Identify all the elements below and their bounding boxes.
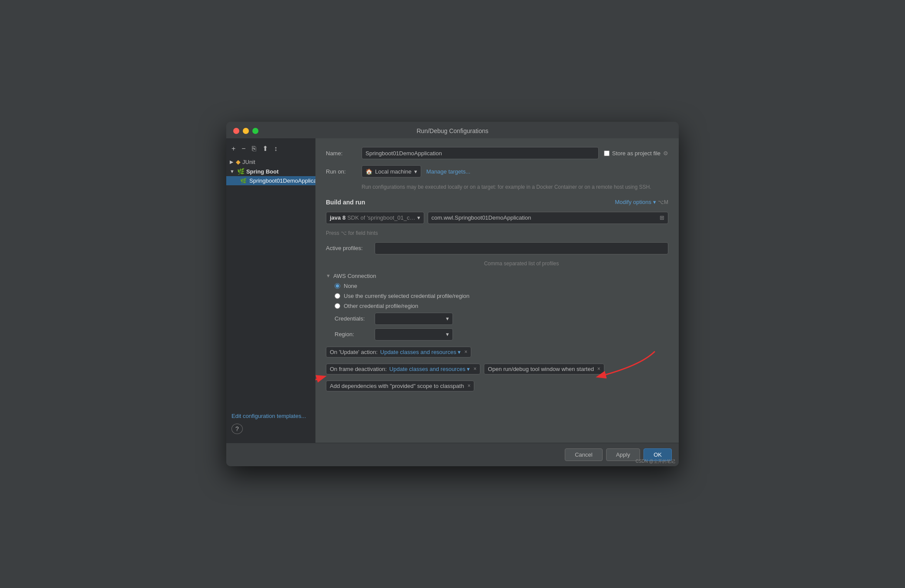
main-class-input[interactable]	[428, 213, 656, 223]
radio-other[interactable]	[335, 303, 340, 309]
springboot-icon: 🌿	[237, 168, 245, 175]
chevron-down-icon: ▾	[467, 366, 470, 372]
cancel-button[interactable]: Cancel	[565, 448, 602, 461]
active-profiles-row: Active profiles:	[326, 242, 668, 254]
chevron-down-icon: ▾	[417, 214, 420, 221]
on-frame-value[interactable]: Update classes and resources ▾	[389, 366, 470, 372]
on-update-close-icon[interactable]: ×	[464, 349, 467, 355]
edit-config-templates-link[interactable]: Edit configuration templates...	[226, 408, 315, 424]
radio-current-row: Use the currently selected credential pr…	[326, 293, 668, 299]
run-on-label: Run on:	[326, 168, 356, 175]
aws-section: ▼ AWS Connection None Use the currently …	[326, 273, 668, 341]
traffic-lights	[233, 128, 258, 134]
open-debug-label: Open run/debug tool window when started	[488, 366, 594, 372]
local-machine-icon: 🏠	[365, 168, 372, 175]
sidebar: + − ⎘ ⬆ ↕ ▶ ◆ JUnit ▼ 🌿 Spring Boot 🌿	[226, 138, 315, 443]
store-project-file-checkbox[interactable]	[604, 150, 610, 156]
aws-label: AWS Connection	[333, 273, 376, 279]
region-dropdown[interactable]: ▾	[375, 328, 453, 341]
minimize-button[interactable]	[243, 128, 249, 134]
build-run-row: java 8 SDK of 'springboot_01_c… ▾ ⊞	[326, 212, 668, 224]
add-config-button[interactable]: +	[230, 144, 237, 154]
remove-config-button[interactable]: −	[240, 144, 247, 154]
store-project-file-container: Store as project file ⚙	[604, 150, 668, 157]
watermark: CSDN @尘开的笔记	[636, 458, 675, 464]
sort-config-button[interactable]: ↕	[272, 144, 279, 154]
name-input[interactable]	[362, 147, 599, 159]
close-button[interactable]	[233, 128, 239, 134]
region-row: Region: ▾	[326, 328, 668, 341]
on-update-label: On 'Update' action:	[330, 349, 378, 355]
name-row: Name: Store as project file ⚙	[326, 147, 668, 159]
modify-options-label: Modify options	[615, 199, 651, 205]
java-sdk-detail: SDK of 'springboot_01_c…	[347, 214, 415, 221]
active-profiles-input[interactable]	[375, 242, 668, 254]
run-on-dropdown[interactable]: 🏠 Local machine ▾	[362, 165, 421, 177]
active-profiles-label: Active profiles:	[326, 245, 369, 251]
radio-none-row: None	[326, 283, 668, 289]
store-project-file-label: Store as project file	[612, 150, 660, 157]
modify-options-shortcut: ⌥M	[658, 199, 668, 205]
dialog-footer: Cancel Apply OK	[226, 443, 679, 466]
radio-current-label: Use the currently selected credential pr…	[344, 293, 469, 299]
on-update-value[interactable]: Update classes and resources ▾	[380, 349, 461, 355]
gear-icon[interactable]: ⚙	[663, 150, 668, 157]
radio-none[interactable]	[335, 283, 340, 289]
chevron-down-icon: ▾	[446, 315, 449, 322]
on-frame-chip: On frame deactivation: Update classes an…	[326, 364, 480, 374]
on-frame-close-icon[interactable]: ×	[473, 366, 476, 372]
chevron-down-icon: ▾	[414, 168, 417, 175]
add-deps-chip: Add dependencies with "provided" scope t…	[326, 381, 474, 391]
dialog-content: + − ⎘ ⬆ ↕ ▶ ◆ JUnit ▼ 🌿 Spring Boot 🌿	[226, 138, 679, 443]
expand-icon: ▼	[230, 169, 235, 174]
build-run-header: Build and run Modify options ▾ ⌥M	[326, 199, 668, 206]
sidebar-item-junit[interactable]: ▶ ◆ JUnit	[226, 157, 315, 167]
field-hint: Press ⌥ for field hints	[326, 230, 668, 236]
sidebar-item-springboot-group[interactable]: ▼ 🌿 Spring Boot	[226, 167, 315, 176]
credentials-row: Credentials: ▾	[326, 313, 668, 325]
add-deps-close-icon[interactable]: ×	[467, 383, 470, 389]
apply-button[interactable]: Apply	[606, 448, 640, 461]
copy-config-button[interactable]: ⎘	[250, 144, 258, 154]
region-label: Region:	[335, 331, 369, 337]
main-class-row: ⊞	[428, 212, 668, 224]
junit-icon: ◆	[236, 158, 241, 165]
move-config-button[interactable]: ⬆	[261, 144, 270, 154]
sidebar-item-springboot-app[interactable]: 🌿 Springboot01DemoApplication	[226, 176, 315, 185]
credentials-dropdown[interactable]: ▾	[375, 313, 453, 325]
on-update-chip: On 'Update' action: Update classes and r…	[326, 347, 471, 357]
credentials-label: Credentials:	[335, 315, 369, 322]
name-label: Name:	[326, 150, 356, 157]
run-on-value: Local machine	[375, 168, 412, 175]
manage-targets-link[interactable]: Manage targets...	[426, 168, 470, 175]
on-update-row: On 'Update' action: Update classes and r…	[326, 347, 668, 357]
on-frame-label: On frame deactivation:	[330, 366, 387, 372]
radio-other-row: Other credential profile/region	[326, 303, 668, 309]
java-sdk-label: java 8	[330, 214, 345, 221]
comma-hint: Comma separated list of profiles	[375, 261, 668, 267]
browse-icon[interactable]: ⊞	[656, 214, 668, 221]
radio-other-label: Other credential profile/region	[344, 303, 418, 309]
radio-current[interactable]	[335, 293, 340, 299]
run-on-row: Run on: 🏠 Local machine ▾ Manage targets…	[326, 165, 668, 177]
main-panel: Name: Store as project file ⚙ Run on: 🏠 …	[315, 138, 679, 443]
add-deps-label: Add dependencies with "provided" scope t…	[330, 383, 464, 389]
on-frame-row: On frame deactivation: Update classes an…	[326, 364, 668, 374]
chevron-down-icon: ▾	[653, 199, 656, 205]
maximize-button[interactable]	[252, 128, 258, 134]
help-button[interactable]: ?	[231, 424, 243, 434]
sidebar-item-label: JUnit	[242, 159, 255, 165]
open-debug-chip: Open run/debug tool window when started …	[484, 364, 604, 374]
build-run-title: Build and run	[326, 199, 365, 206]
title-bar: Run/Debug Configurations	[226, 122, 679, 138]
java-sdk-dropdown[interactable]: java 8 SDK of 'springboot_01_c… ▾	[326, 212, 424, 224]
aws-header[interactable]: ▼ AWS Connection	[326, 273, 668, 279]
sidebar-item-label: Springboot01DemoApplication	[249, 177, 326, 184]
modify-options-button[interactable]: Modify options ▾ ⌥M	[615, 199, 668, 205]
add-deps-row: Add dependencies with "provided" scope t…	[326, 381, 668, 391]
dialog-title: Run/Debug Configurations	[417, 127, 489, 134]
sidebar-toolbar: + − ⎘ ⬆ ↕	[226, 142, 315, 157]
open-debug-close-icon[interactable]: ×	[597, 366, 600, 372]
run-hint: Run configurations may be executed local…	[362, 184, 668, 191]
chevron-down-icon: ▾	[458, 349, 461, 355]
